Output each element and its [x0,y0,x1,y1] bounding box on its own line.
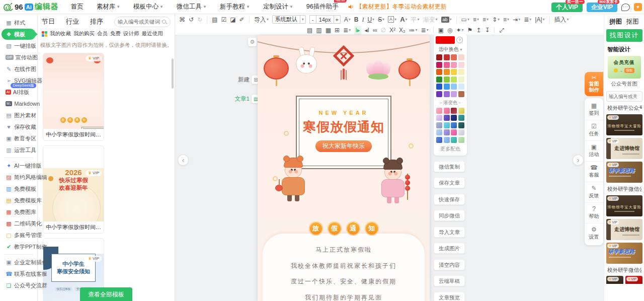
magic-clean-icon[interactable]: ✦▾ [456,26,464,35]
color-swatch[interactable] [458,54,464,60]
action-清空内容[interactable]: 清空内容 [434,259,465,270]
filter-我的购买[interactable]: 我的购买 [73,30,95,37]
gradient-swatch[interactable] [451,137,457,143]
sidebar-item-免费模板库[interactable]: ▤免费模板库 [2,195,36,206]
template-card[interactable]: ♛VIP 2026 快乐过寒假 欢喜迎新年 中小学寒假放假时间安排... [43,145,104,234]
color-swatch[interactable] [444,77,450,83]
link-icon[interactable]: ∞ [373,26,377,35]
strikethrough-icon[interactable]: S▾ [378,15,384,24]
find-replace-icon[interactable]: ◎ [447,26,452,35]
sidebar-item-多账号管理[interactable]: ▢多账号管理 [2,230,36,241]
pinyin-icon[interactable]: 平▾ [411,15,420,24]
sitemap-icon[interactable]: ⌘ [179,15,185,24]
eraser-icon[interactable]: ◪ [230,15,235,24]
color-swatch[interactable] [458,77,464,83]
color-swatch[interactable] [451,77,457,83]
article-page[interactable]: NEW YEAR 寒假放假通知 祝大家新年快乐 放假通知 [258,35,430,301]
unordered-list-icon[interactable]: ≣▾ [421,26,429,35]
redo-icon[interactable]: ↻ [197,15,202,24]
image-thumb[interactable]: ♛VIP [606,276,623,284]
texture-icon[interactable]: ▦ [326,26,331,35]
cover-maker-tab[interactable]: ✂ 首图 制作 [585,72,603,96]
image-thumb[interactable]: ♛VIP博物馆寻宝大冒险 [606,114,642,135]
action-生成图片[interactable]: 生成图片 [434,243,465,254]
quickbar-设置[interactable]: ⚙设置 [585,223,603,244]
gradient-swatch[interactable] [444,108,450,114]
filter-免费[interactable]: 免费 [110,30,121,37]
subscript-icon[interactable]: X₂ [399,26,406,35]
ordered-list-icon[interactable]: ≔▾ [409,26,418,35]
color-swatch[interactable] [451,91,457,97]
gradient-swatch[interactable] [451,122,457,128]
annotation-icon[interactable]: ⚑ [467,26,473,35]
image-thumb[interactable]: ♛VIP博物馆寻宝大冒险 [606,195,642,216]
unlink-icon[interactable]: ∅ [380,26,385,35]
view-all-templates-button[interactable]: 查看全部模板 [80,287,132,301]
sidebar-item-运营工具[interactable]: ▥运营工具 [2,144,36,156]
align-left-icon[interactable]: ≡▾ [473,15,479,24]
new-doc-icon[interactable]: ▤ [212,15,217,24]
gradient-swatch[interactable] [436,108,442,114]
filter-设计师[interactable]: 设计师 [123,30,139,37]
color-swatch[interactable] [458,91,464,97]
color-swatch[interactable] [436,84,442,90]
color-swatch[interactable] [458,62,464,68]
template-search[interactable] [114,17,171,27]
table-icon[interactable]: ⊞ [335,26,340,35]
help-question-icon[interactable]: ? [456,37,463,43]
font-color-icon[interactable]: A▾ [344,15,351,24]
canvas-settings-gear-icon[interactable]: ⚙ [248,38,257,46]
gradient-swatch[interactable] [444,115,450,121]
prev-arrow-button[interactable]: ‹ [178,155,189,166]
color-swatch[interactable] [458,84,464,90]
gradient-swatch[interactable] [436,122,442,128]
template-scrollbar[interactable] [172,58,174,89]
color-swatch[interactable] [444,91,450,97]
color-swatch[interactable] [451,69,457,75]
gradient-swatch[interactable] [436,115,442,121]
underline-icon[interactable]: U▾ [367,15,374,24]
action-云端草稿[interactable]: 云端草稿 [434,275,465,286]
doc-check-icon[interactable]: ☑ [221,15,226,24]
action-文章预览[interactable]: 文章预览 [434,292,465,301]
sidebar-item-图片素材[interactable]: ▤图片素材 [2,110,36,121]
sidebar-item-免费模板[interactable]: ▥免费模板 [2,183,36,194]
indent-icon[interactable]: ⇥▾ [513,15,520,24]
change-color-label[interactable]: 选中换色 ▾ [436,46,465,53]
gradient-swatch[interactable] [458,115,464,121]
line-height-icon[interactable]: ⇕▾ [492,15,500,24]
tab-cutout[interactable]: 抠图 [626,18,639,26]
italic-icon[interactable]: I [362,15,364,24]
color-swatch[interactable] [436,62,442,68]
fullscreen-icon[interactable]: ⤢ [499,26,504,35]
personal-vip-button[interactable]: 个人VIP 买一送一 [551,3,582,12]
filter-最近使用[interactable]: 最近使用 [142,30,163,37]
gradient-swatch[interactable] [451,115,457,121]
gradient-swatch[interactable] [458,108,464,114]
nav-item-定制设计[interactable]: 定制设计▼ [263,3,293,11]
quickbar-活动[interactable]: ▣活动 [585,141,603,162]
color-swatch[interactable] [451,84,457,90]
sidebar-item-企业定制插件[interactable]: ▣企业定制插件 [2,257,36,268]
sidebar-item-简约风格编辑[interactable]: ▨简约风格编辑 [2,172,36,183]
nav-item-微信工具[interactable]: 微信工具▼ [177,3,207,11]
nav-item-96插件助手[interactable]: 96插件助手NEW [306,3,339,11]
action-导入文章[interactable]: 导入文章 [434,227,465,238]
enterprise-vip-button[interactable]: 企业VIP 500京东卡 [587,3,617,12]
sidebar-item-AI排版[interactable]: AIAI排版DeepSeek版 [2,87,36,98]
margin-icon[interactable]: ≡▾ [503,15,509,24]
message-icon[interactable]: ··· [621,4,630,11]
paste-icon[interactable]: ▣ [438,26,444,35]
letter-spacing-icon[interactable]: |A|▾ [535,15,544,24]
align-center-icon[interactable]: ≡▾ [482,15,489,24]
font-size-plus[interactable]: + [334,15,341,24]
template-search-input[interactable] [118,19,162,25]
action-快速保存[interactable]: 快速保存 [434,194,465,205]
action-同步微信[interactable]: 同步微信 [434,210,465,221]
image-upload-icon[interactable]: ▥ [316,26,321,35]
undo-icon[interactable]: ↺ [189,15,194,24]
font-family-select[interactable]: 系统默认▾ [272,15,306,24]
image-thumb[interactable]: ♛VIP [625,276,642,284]
image-thumb[interactable]: ♛VIP研学新思路 [606,243,642,264]
sidebar-item-教育专区[interactable]: ▣教育专区 [2,133,36,144]
